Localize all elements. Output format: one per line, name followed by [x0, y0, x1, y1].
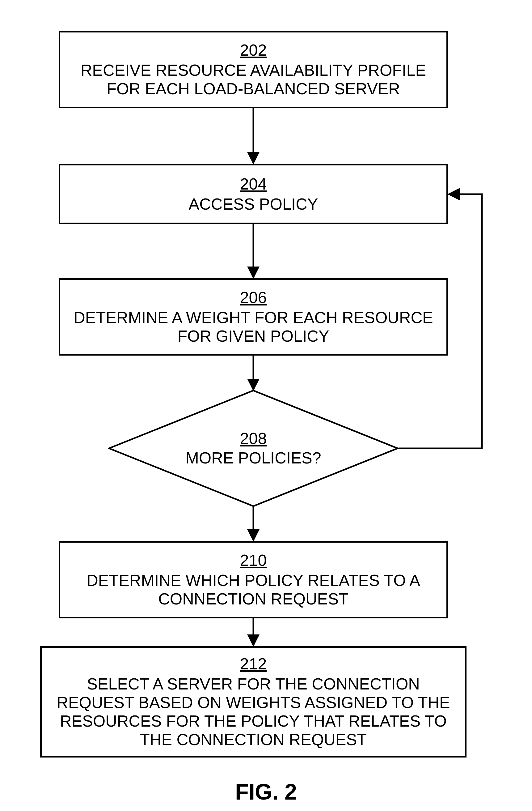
step-202: 202 RECEIVE RESOURCE AVAILABILITY PROFIL…	[59, 31, 448, 108]
step-210-number: 210	[240, 551, 267, 569]
step-204-number: 204	[240, 175, 267, 193]
decision-208-number: 208	[240, 429, 267, 448]
decision-208: 208 MORE POLICIES?	[108, 389, 398, 507]
step-202-number: 202	[240, 41, 267, 59]
step-210-text: DETERMINE WHICH POLICY RELATES TO A CONN…	[66, 571, 440, 609]
flowchart-canvas: 202 RECEIVE RESOURCE AVAILABILITY PROFIL…	[0, 0, 532, 811]
figure-label: FIG. 2	[0, 779, 532, 805]
step-212-text: SELECT A SERVER FOR THE CONNECTION REQUE…	[48, 675, 459, 749]
step-206-number: 206	[240, 288, 267, 307]
decision-208-text: MORE POLICIES?	[185, 449, 321, 468]
step-204: 204 ACCESS POLICY	[59, 164, 448, 224]
step-206-text: DETERMINE A WEIGHT FOR EACH RESOURCE FOR…	[66, 309, 440, 346]
step-206: 206 DETERMINE A WEIGHT FOR EACH RESOURCE…	[59, 278, 448, 355]
step-212-number: 212	[240, 655, 267, 673]
step-212: 212 SELECT A SERVER FOR THE CONNECTION R…	[40, 646, 467, 758]
step-204-text: ACCESS POLICY	[188, 195, 318, 214]
step-210: 210 DETERMINE WHICH POLICY RELATES TO A …	[59, 541, 448, 618]
step-202-text: RECEIVE RESOURCE AVAILABILITY PROFILE FO…	[66, 61, 440, 98]
